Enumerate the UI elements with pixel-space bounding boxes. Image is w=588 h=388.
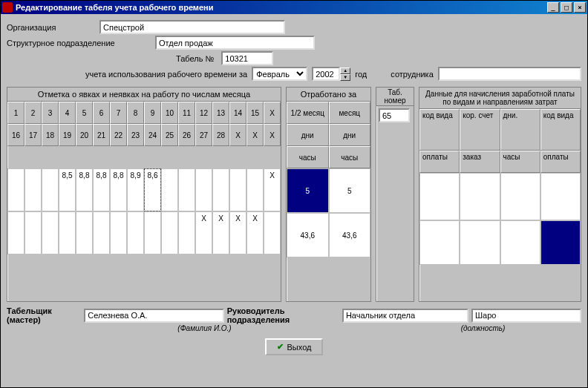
name-hint1: (Фамилия И.О.): [128, 324, 281, 332]
att-head-cell: 1: [7, 102, 24, 124]
pay-d7[interactable]: [500, 220, 540, 265]
att-head-cell: 17: [24, 124, 42, 146]
att-data-cell[interactable]: 8,8: [93, 168, 110, 211]
org-label: Организация: [7, 23, 99, 32]
pay-d2[interactable]: [460, 173, 500, 220]
att-data-cell[interactable]: [42, 168, 59, 211]
close-button[interactable]: ×: [574, 2, 586, 13]
exit-button[interactable]: ✔ Выход: [265, 338, 324, 355]
att-data-cell[interactable]: [110, 211, 127, 254]
att-head-cell: 9: [144, 102, 161, 124]
att-data-cell[interactable]: 8,9: [127, 168, 144, 211]
dept-input[interactable]: [155, 36, 315, 50]
att-head-cell: 21: [93, 124, 110, 146]
worked-hours-half[interactable]: 43,6: [287, 213, 329, 257]
timekeeper-input[interactable]: [84, 309, 223, 323]
tabel-no-input[interactable]: [221, 51, 273, 65]
attendance-data-row1: 8,58,88,88,88,98,6X: [7, 168, 281, 211]
pay-d8-selected[interactable]: [540, 220, 581, 265]
dept-label: Структурное подразделение: [7, 39, 155, 47]
pay-d4[interactable]: [540, 173, 581, 220]
pay-h-hours: часы: [500, 151, 540, 173]
att-data-cell[interactable]: X: [229, 211, 246, 254]
year-down-button[interactable]: ▼: [340, 74, 350, 81]
att-data-cell[interactable]: 8,6: [144, 168, 161, 211]
att-head-cell: 24: [144, 124, 161, 146]
org-input[interactable]: [99, 20, 285, 34]
worked-title: Отработано за: [287, 88, 370, 102]
att-data-cell[interactable]: [229, 168, 246, 211]
tabnum-title: Таб. номер: [376, 88, 414, 106]
minimize-button[interactable]: _: [547, 2, 559, 13]
att-data-cell[interactable]: [264, 211, 281, 254]
att-data-cell[interactable]: 8,8: [110, 168, 127, 211]
dept-head-label: Руководитель подразделения: [227, 306, 339, 324]
att-head-cell: 2: [24, 102, 42, 124]
att-data-cell[interactable]: [178, 168, 195, 211]
pay-h-account: кор. счет: [460, 109, 500, 151]
att-data-cell[interactable]: [7, 168, 24, 211]
att-data-cell[interactable]: [246, 168, 264, 211]
month-select[interactable]: Февраль: [252, 67, 307, 81]
pay-h-pay2: оплаты: [540, 151, 581, 173]
att-head-cell: X: [246, 124, 264, 146]
tabnum-input[interactable]: [379, 108, 410, 122]
pay-d6[interactable]: [460, 220, 500, 265]
att-data-cell[interactable]: X: [246, 211, 264, 254]
att-head-cell: 22: [110, 124, 127, 146]
att-data-cell[interactable]: [144, 211, 161, 254]
year-up-button[interactable]: ▲: [340, 68, 350, 74]
worked-hours-month[interactable]: 43,6: [329, 213, 371, 257]
worked-h-days1: дни: [287, 124, 329, 146]
maximize-button[interactable]: □: [561, 2, 572, 13]
att-data-cell[interactable]: [24, 168, 42, 211]
attendance-head-row2: 16171819202122232425262728XXX: [7, 124, 281, 146]
attendance-data-row2: XXXX: [7, 211, 281, 254]
att-head-cell: 6: [93, 102, 110, 124]
employee-input[interactable]: [438, 67, 581, 81]
att-head-cell: X: [264, 124, 281, 146]
att-data-cell[interactable]: 8,5: [59, 168, 76, 211]
att-data-cell[interactable]: [161, 168, 178, 211]
pay-h-pay1: оплаты: [419, 151, 460, 173]
pay-d3[interactable]: [500, 173, 540, 220]
att-head-cell: 19: [59, 124, 76, 146]
att-data-cell[interactable]: [212, 168, 229, 211]
att-data-cell[interactable]: [178, 211, 195, 254]
att-data-cell[interactable]: [59, 211, 76, 254]
worked-days-month[interactable]: 5: [329, 168, 371, 213]
att-head-cell: X: [229, 124, 246, 146]
att-head-cell: 23: [127, 124, 144, 146]
att-data-cell[interactable]: [93, 211, 110, 254]
pay-d1[interactable]: [419, 173, 460, 220]
exit-label: Выход: [287, 343, 312, 352]
worked-days-half[interactable]: 5: [287, 168, 329, 213]
year-input[interactable]: [312, 67, 340, 81]
pay-h-days: дни.: [500, 109, 540, 151]
att-data-cell[interactable]: [7, 211, 24, 254]
year-suffix-label: год: [355, 70, 367, 79]
pay-d5[interactable]: [419, 220, 460, 265]
att-data-cell[interactable]: [161, 211, 178, 254]
att-data-cell[interactable]: X: [264, 168, 281, 211]
att-data-cell[interactable]: X: [195, 211, 212, 254]
timekeeper-label: Табельщик (мастер): [7, 306, 81, 324]
attendance-panel: Отметка о явках и неявках на работу по ч…: [7, 87, 281, 302]
worked-h-hours1: часы: [287, 146, 329, 168]
att-data-cell[interactable]: [42, 211, 59, 254]
att-data-cell[interactable]: [195, 168, 212, 211]
att-data-cell[interactable]: X: [212, 211, 229, 254]
att-data-cell[interactable]: [127, 211, 144, 254]
check-icon: ✔: [277, 342, 284, 352]
att-head-cell: 4: [59, 102, 76, 124]
att-head-cell: 27: [195, 124, 212, 146]
dept-head-name-input[interactable]: [471, 309, 581, 323]
app-window: Редактирование табеля учета рабочего вре…: [0, 0, 588, 388]
payroll-title: Данные для начисления заработной платы п…: [419, 88, 581, 109]
att-data-cell[interactable]: 8,8: [76, 168, 93, 211]
att-data-cell[interactable]: [76, 211, 93, 254]
att-head-cell: 13: [212, 102, 229, 124]
tabnum-panel: Таб. номер: [376, 87, 414, 302]
att-data-cell[interactable]: [24, 211, 42, 254]
dept-head-post-input[interactable]: [342, 309, 468, 323]
